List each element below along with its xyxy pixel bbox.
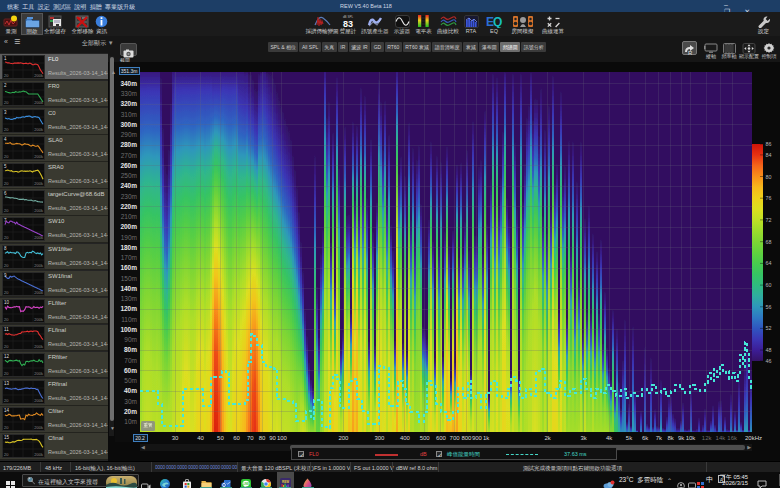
- svg-text:84: 84: [766, 152, 772, 158]
- svg-text:72: 72: [766, 217, 772, 223]
- svg-text:60: 60: [766, 282, 772, 288]
- svg-text:46: 46: [766, 358, 772, 364]
- svg-text:76: 76: [766, 195, 772, 201]
- svg-text:R: R: [688, 50, 693, 56]
- svg-text:83: 83: [343, 19, 353, 28]
- svg-text:86: 86: [766, 141, 772, 147]
- svg-text:56: 56: [766, 304, 772, 310]
- svg-text:LINE: LINE: [243, 482, 249, 486]
- svg-text:Q: Q: [493, 15, 502, 28]
- svg-text:48: 48: [766, 347, 772, 353]
- svg-text:80: 80: [766, 174, 772, 180]
- svg-text:68: 68: [766, 239, 772, 245]
- svg-text:52: 52: [766, 325, 772, 331]
- svg-text:REW: REW: [282, 480, 289, 484]
- svg-text:64: 64: [766, 260, 772, 266]
